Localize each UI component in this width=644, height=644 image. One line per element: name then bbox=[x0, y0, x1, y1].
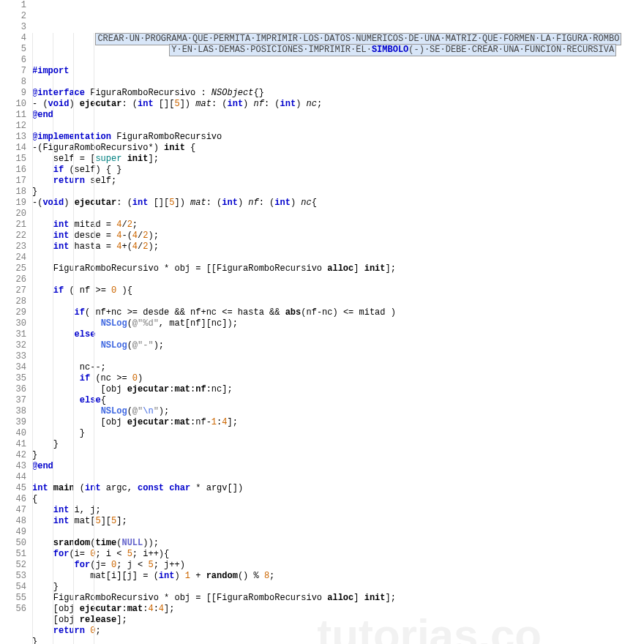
line-number: 8 bbox=[0, 77, 26, 88]
code-line[interactable]: } bbox=[32, 582, 644, 593]
line-number: 43 bbox=[0, 461, 26, 472]
code-line[interactable]: } bbox=[32, 450, 644, 461]
line-number: 9 bbox=[0, 88, 26, 99]
code-line[interactable]: mat[i][j] = (int) 1 + random() % 8; bbox=[32, 571, 644, 582]
line-number: 11 bbox=[0, 110, 26, 121]
code-line[interactable]: if( nf+nc >= desde && nf+nc <= hasta && … bbox=[32, 307, 644, 318]
code-line[interactable]: for(i= 0; i < 5; i++){ bbox=[32, 549, 644, 560]
line-number: 14 bbox=[0, 143, 26, 154]
code-line[interactable]: [obj ejecutar:mat:nf-1:4]; bbox=[32, 417, 644, 428]
code-line[interactable]: int hasta = 4+(4/2); bbox=[32, 242, 644, 252]
code-line[interactable]: } bbox=[32, 439, 644, 450]
line-number: 15 bbox=[0, 154, 26, 165]
code-line[interactable]: @end bbox=[32, 461, 644, 472]
line-number: 13 bbox=[0, 132, 26, 143]
code-line[interactable]: } bbox=[32, 187, 644, 198]
code-line[interactable]: self = [super init]; bbox=[32, 154, 644, 165]
code-line[interactable]: -(FiguraRomboRecursivo*) init { bbox=[32, 143, 644, 154]
code-line[interactable]: int mitad = 4/2; bbox=[32, 220, 644, 231]
line-number: 51 bbox=[0, 549, 26, 560]
code-line[interactable] bbox=[32, 77, 644, 88]
code-line[interactable]: int mat[5][5]; bbox=[32, 516, 644, 527]
line-number: 22 bbox=[0, 231, 26, 242]
code-line[interactable]: @implementation FiguraRomboRecursivo bbox=[32, 132, 644, 143]
line-number: 10 bbox=[0, 99, 26, 110]
line-number: 34 bbox=[0, 362, 26, 373]
code-line[interactable]: return self; bbox=[32, 176, 644, 187]
line-number: 49 bbox=[0, 527, 26, 538]
line-number: 31 bbox=[0, 329, 26, 340]
code-line[interactable]: } bbox=[32, 428, 644, 439]
line-number: 50 bbox=[0, 538, 26, 549]
code-line[interactable]: NSLog(@"-"); bbox=[32, 340, 644, 351]
code-line[interactable] bbox=[32, 472, 644, 483]
code-line[interactable]: int i, j; bbox=[32, 505, 644, 516]
code-line[interactable]: int main (int argc, const char * argv[]) bbox=[32, 483, 644, 494]
line-number: 39 bbox=[0, 417, 26, 428]
line-number: 27 bbox=[0, 285, 26, 296]
line-number: 20 bbox=[0, 209, 26, 220]
code-line[interactable]: srandom(time(NULL)); bbox=[32, 538, 644, 549]
line-number: 32 bbox=[0, 340, 26, 351]
code-line[interactable]: } bbox=[32, 637, 644, 644]
line-number: 37 bbox=[0, 395, 26, 406]
line-number: 2 bbox=[0, 11, 26, 22]
line-number: 42 bbox=[0, 450, 26, 461]
code-line[interactable]: { bbox=[32, 494, 644, 505]
code-line[interactable] bbox=[32, 252, 644, 263]
code-line[interactable] bbox=[32, 121, 644, 132]
line-number: 29 bbox=[0, 307, 26, 318]
line-number: 44 bbox=[0, 472, 26, 483]
line-number: 52 bbox=[0, 560, 26, 571]
code-area[interactable]: tutorias.co CREAR·UN·PROGRAMA·QUE·PERMIT… bbox=[32, 0, 644, 644]
code-line[interactable]: [obj ejecutar:mat:nf:nc]; bbox=[32, 384, 644, 395]
code-line[interactable]: FiguraRomboRecursivo * obj = [[FiguraRom… bbox=[32, 263, 644, 274]
code-line[interactable]: FiguraRomboRecursivo * obj = [[FiguraRom… bbox=[32, 593, 644, 604]
line-number: 45 bbox=[0, 483, 26, 494]
line-number: 55 bbox=[0, 593, 26, 604]
code-line[interactable]: [obj release]; bbox=[32, 615, 644, 626]
line-number: 33 bbox=[0, 351, 26, 362]
line-number: 25 bbox=[0, 263, 26, 274]
code-line[interactable]: [obj ejecutar:mat:4:4]; bbox=[32, 604, 644, 615]
code-line[interactable]: @interface FiguraRomboRecursivo : NSObje… bbox=[32, 88, 644, 99]
code-line[interactable] bbox=[32, 209, 644, 220]
code-line[interactable]: NSLog(@"%d", mat[nf][nc]); bbox=[32, 318, 644, 329]
line-number: 16 bbox=[0, 165, 26, 176]
code-line[interactable]: - (void) ejecutar: (int [][5]) mat: (int… bbox=[32, 99, 644, 110]
line-number: 46 bbox=[0, 494, 26, 505]
line-number: 35 bbox=[0, 373, 26, 384]
code-line[interactable]: else bbox=[32, 329, 644, 340]
line-number: 47 bbox=[0, 505, 26, 516]
line-number: 41 bbox=[0, 439, 26, 450]
code-line[interactable]: return 0; bbox=[32, 626, 644, 637]
code-line[interactable]: if (self) { } bbox=[32, 165, 644, 176]
code-line[interactable]: int desde = 4-(4/2); bbox=[32, 231, 644, 242]
code-line[interactable]: else{ bbox=[32, 395, 644, 406]
code-line[interactable]: Y·EN·LAS·DEMAS·POSICIONES·IMPRIMIR·EL·SI… bbox=[32, 44, 644, 55]
code-line[interactable] bbox=[32, 351, 644, 362]
code-line[interactable] bbox=[32, 296, 644, 307]
code-editor[interactable]: 1234567891011121314151617181920212223242… bbox=[0, 0, 644, 644]
line-number: 26 bbox=[0, 274, 26, 285]
line-number: 23 bbox=[0, 242, 26, 252]
code-line[interactable]: NSLog(@"\n"); bbox=[32, 406, 644, 417]
code-line[interactable]: if (nc >= 0) bbox=[32, 373, 644, 384]
code-line[interactable]: for(j= 0; j < 5; j++) bbox=[32, 560, 644, 571]
code-line[interactable]: CREAR·UN·PROGRAMA·QUE·PERMITA·IMPRIMIR·L… bbox=[32, 33, 644, 44]
code-line[interactable]: if ( nf >= 0 ){ bbox=[32, 285, 644, 296]
line-number: 12 bbox=[0, 121, 26, 132]
line-number: 56 bbox=[0, 604, 26, 615]
code-line[interactable]: -(void) ejecutar: (int [][5]) mat: (int)… bbox=[32, 198, 644, 209]
line-number: 19 bbox=[0, 198, 26, 209]
code-line[interactable] bbox=[32, 527, 644, 538]
line-number: 28 bbox=[0, 296, 26, 307]
line-number: 40 bbox=[0, 428, 26, 439]
code-line[interactable]: @end bbox=[32, 110, 644, 121]
line-number-gutter: 1234567891011121314151617181920212223242… bbox=[0, 0, 32, 644]
code-line[interactable]: #import bbox=[32, 66, 644, 77]
code-line[interactable] bbox=[32, 274, 644, 285]
code-line[interactable]: nc--; bbox=[32, 362, 644, 373]
code-line[interactable] bbox=[32, 55, 644, 66]
line-number: 53 bbox=[0, 571, 26, 582]
